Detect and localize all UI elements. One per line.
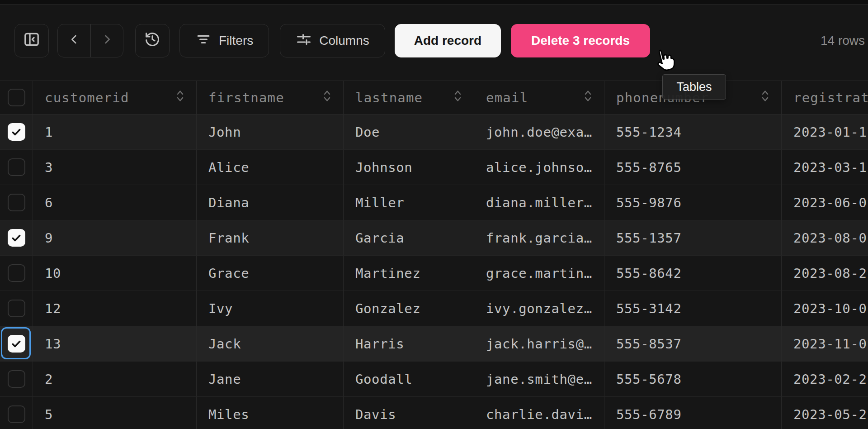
column-header-customerid[interactable]: customerid	[33, 81, 197, 114]
table-row[interactable]: 2 Jane Goodall jane.smith@e… 555-5678 20…	[0, 362, 868, 397]
table-row[interactable]: 5 Miles Davis charlie.davi… 555-6789 202…	[0, 397, 868, 429]
sort-icon[interactable]	[176, 89, 184, 106]
table-row[interactable]: 1 John Doe john.doe@exa… 555-1234 2023-0…	[0, 114, 868, 150]
table-row[interactable]: 12 Ivy Gonzalez ivy.gonzalez… 555-3142 2…	[0, 291, 868, 326]
cell-email[interactable]: ivy.gonzalez…	[474, 291, 604, 326]
cell-phonenumber[interactable]: 555-1357	[604, 220, 782, 255]
cell-email[interactable]: diana.miller…	[474, 185, 604, 220]
select-all-checkbox[interactable]	[8, 89, 25, 106]
next-page-button[interactable]	[90, 24, 123, 57]
data-table-app: Filters Columns Add record Delete 3 reco…	[0, 0, 868, 429]
cell-customerid[interactable]: 9	[33, 220, 197, 255]
cell-customerid[interactable]: 6	[33, 185, 197, 220]
cell-phonenumber[interactable]: 555-9876	[604, 185, 782, 220]
column-header-lastname[interactable]: lastname	[344, 81, 474, 114]
cell-registrationdate[interactable]: 2023-06-0	[782, 185, 868, 220]
add-record-button[interactable]: Add record	[395, 24, 501, 57]
row-checkbox[interactable]	[8, 405, 25, 423]
cell-email[interactable]: frank.garcia…	[474, 220, 604, 255]
cell-registrationdate[interactable]: 2023-10-0	[782, 291, 868, 326]
cell-email[interactable]: charlie.davi…	[474, 397, 604, 429]
cell-customerid[interactable]: 2	[33, 362, 197, 396]
cell-lastname[interactable]: Garcia	[344, 220, 474, 255]
cell-customerid[interactable]: 1	[33, 114, 197, 149]
cell-firstname[interactable]: Frank	[197, 220, 344, 255]
cell-firstname[interactable]: Miles	[197, 397, 344, 429]
toolbar: Filters Columns Add record Delete 3 reco…	[14, 24, 868, 57]
cell-registrationdate[interactable]: 2023-05-2	[782, 397, 868, 429]
sidebar-toggle-button[interactable]	[14, 24, 49, 57]
cell-firstname[interactable]: John	[197, 114, 344, 149]
table-row[interactable]: 13 Jack Harris jack.harris@… 555-8537 20…	[0, 326, 868, 362]
column-header-firstname[interactable]: firstname	[197, 81, 344, 114]
cell-customerid[interactable]: 13	[33, 326, 197, 361]
cell-registrationdate[interactable]: 2023-03-1	[782, 150, 868, 185]
filter-lines-icon	[195, 31, 212, 51]
cell-phonenumber[interactable]: 555-8642	[604, 256, 782, 291]
history-button[interactable]	[135, 24, 170, 57]
column-header-registrationdate[interactable]: registrat	[782, 81, 868, 114]
table-row[interactable]: 6 Diana Miller diana.miller… 555-9876 20…	[0, 185, 868, 220]
cell-firstname[interactable]: Jane	[197, 362, 344, 396]
cell-lastname[interactable]: Doe	[344, 114, 474, 149]
cell-phonenumber[interactable]: 555-1234	[604, 114, 782, 149]
cell-phonenumber[interactable]: 555-3142	[604, 291, 782, 326]
row-select-cell	[0, 150, 33, 185]
cell-phonenumber[interactable]: 555-8537	[604, 326, 782, 361]
cell-firstname[interactable]: Ivy	[197, 291, 344, 326]
delete-records-button[interactable]: Delete 3 records	[511, 24, 650, 57]
columns-button[interactable]: Columns	[280, 24, 385, 57]
cell-phonenumber[interactable]: 555-5678	[604, 362, 782, 396]
row-select-cell	[0, 362, 33, 396]
cell-registrationdate[interactable]: 2023-01-1	[782, 114, 868, 149]
cell-firstname[interactable]: Diana	[197, 185, 344, 220]
cell-lastname[interactable]: Johnson	[344, 150, 474, 185]
cell-phonenumber[interactable]: 555-6789	[604, 397, 782, 429]
cell-customerid[interactable]: 5	[33, 397, 197, 429]
table-row[interactable]: 3 Alice Johnson alice.johnso… 555-8765 2…	[0, 150, 868, 185]
cell-firstname[interactable]: Grace	[197, 256, 344, 291]
cell-firstname[interactable]: Alice	[197, 150, 344, 185]
cell-email[interactable]: alice.johnso…	[474, 150, 604, 185]
cell-email[interactable]: jack.harris@…	[474, 326, 604, 361]
cell-registrationdate[interactable]: 2023-08-2	[782, 256, 868, 291]
row-checkbox[interactable]	[8, 370, 25, 388]
cell-lastname[interactable]: Davis	[344, 397, 474, 429]
cell-customerid[interactable]: 10	[33, 256, 197, 291]
column-header-email[interactable]: email	[474, 81, 604, 114]
previous-page-button[interactable]	[58, 24, 90, 57]
cell-lastname[interactable]: Martinez	[344, 256, 474, 291]
row-checkbox[interactable]	[8, 194, 25, 211]
cell-customerid[interactable]: 3	[33, 150, 197, 185]
cell-registrationdate[interactable]: 2023-02-2	[782, 362, 868, 396]
row-count-label: 14 rows	[821, 33, 865, 48]
row-checkbox[interactable]	[8, 300, 25, 317]
cell-registrationdate[interactable]: 2023-08-0	[782, 220, 868, 255]
cell-email[interactable]: grace.martin…	[474, 256, 604, 291]
cell-lastname[interactable]: Harris	[344, 326, 474, 361]
cell-firstname[interactable]: Jack	[197, 326, 344, 361]
row-select-cell	[0, 256, 33, 291]
row-checkbox[interactable]	[8, 158, 25, 176]
cell-lastname[interactable]: Gonzalez	[344, 291, 474, 326]
cell-registrationdate[interactable]: 2023-11-0	[782, 326, 868, 361]
cell-email[interactable]: john.doe@exa…	[474, 114, 604, 149]
row-checkbox[interactable]	[8, 335, 25, 353]
row-checkbox[interactable]	[8, 123, 25, 141]
table-row[interactable]: 9 Frank Garcia frank.garcia… 555-1357 20…	[0, 220, 868, 256]
filters-button-label: Filters	[219, 33, 253, 48]
cell-phonenumber[interactable]: 555-8765	[604, 150, 782, 185]
sort-icon[interactable]	[761, 89, 769, 106]
row-checkbox[interactable]	[8, 229, 25, 247]
sort-icon[interactable]	[323, 89, 331, 106]
table-row[interactable]: 10 Grace Martinez grace.martin… 555-8642…	[0, 256, 868, 291]
filters-button[interactable]: Filters	[179, 24, 269, 57]
cell-lastname[interactable]: Miller	[344, 185, 474, 220]
cell-customerid[interactable]: 12	[33, 291, 197, 326]
row-checkbox[interactable]	[8, 264, 25, 282]
sort-icon[interactable]	[453, 89, 462, 106]
chevron-right-icon	[100, 32, 114, 50]
sort-icon[interactable]	[584, 89, 592, 106]
cell-lastname[interactable]: Goodall	[344, 362, 474, 396]
cell-email[interactable]: jane.smith@e…	[474, 362, 604, 396]
